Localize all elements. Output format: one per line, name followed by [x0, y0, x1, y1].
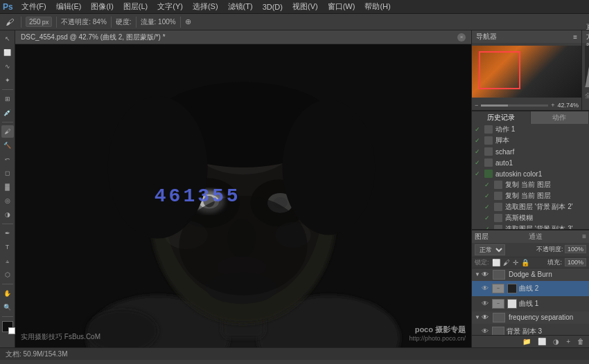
opacity-control: 不透明度: 100%: [536, 245, 586, 254]
new-group-btn[interactable]: 📁: [520, 338, 533, 345]
menu-select[interactable]: 选择(S): [188, 0, 222, 13]
tool-pen[interactable]: ✒: [1, 227, 14, 239]
tab-history[interactable]: 历史记录: [472, 111, 531, 124]
layers-fill-row: 锁定: ⬜ 🖌 ✛ 🔒 填充: 100%: [472, 257, 589, 269]
history-item-3[interactable]: ✓auto1: [472, 157, 589, 168]
history-check-8: ✓: [484, 215, 491, 221]
layer-group-frequency[interactable]: ▼ 👁 frequency separation: [472, 311, 589, 324]
tool-lasso[interactable]: ∿: [1, 60, 14, 73]
history-list[interactable]: ✓动作 1✓脚本✓scharf✓auto1✓autoskin color1✓复制…: [472, 124, 589, 229]
tool-crop[interactable]: ⊞: [1, 93, 14, 105]
tool-path[interactable]: ⟁: [1, 255, 14, 267]
canvas-close-btn[interactable]: ×: [457, 33, 466, 42]
tool-blur[interactable]: ◎: [1, 194, 14, 207]
tool-dodge[interactable]: ◑: [1, 208, 14, 221]
background-color[interactable]: [8, 327, 15, 334]
layer-thumb-bg3: [492, 327, 504, 336]
layer-eye-bg3[interactable]: 👁: [482, 327, 490, 335]
status-bar: 文档: 50.9M/154.3M: [0, 347, 589, 360]
menu-help[interactable]: 帮助(H): [360, 0, 394, 13]
navigator-thumbnail[interactable]: [472, 46, 581, 98]
new-layer-btn[interactable]: +: [564, 338, 572, 345]
layer-curve-2[interactable]: 👁 ~ 曲线 2: [472, 281, 589, 296]
tab-actions[interactable]: 动作: [531, 111, 590, 124]
airbrush-toggle[interactable]: ⊕: [185, 17, 191, 26]
layers-list[interactable]: ▼ 👁 Dodge & Burn 👁 ~ 曲线 2 👁: [472, 269, 589, 336]
zoom-in-btn[interactable]: +: [551, 102, 554, 109]
history-item-4[interactable]: ✓autoskin color1: [472, 168, 589, 179]
tool-magic-wand[interactable]: ✦: [1, 74, 14, 87]
lock-position-icon[interactable]: ✛: [513, 259, 518, 266]
navigator-panel: 导航器 ≡ − + 42.74%: [472, 30, 582, 111]
history-item-1[interactable]: ✓脚本: [472, 135, 589, 146]
blend-mode-select[interactable]: 正常: [475, 244, 505, 255]
tool-zoom[interactable]: 🔍: [1, 301, 14, 313]
navigator-menu-icon[interactable]: ≡: [573, 33, 577, 41]
poco-url: http://photo.poco.cn/: [409, 335, 466, 342]
history-item-6[interactable]: ✓复制 当前 图层: [472, 190, 589, 201]
menu-file[interactable]: 文件(F): [17, 0, 51, 13]
history-item-2[interactable]: ✓scharf: [472, 146, 589, 157]
history-item-0[interactable]: ✓动作 1: [472, 124, 589, 135]
lock-all-icon[interactable]: 🔒: [521, 259, 529, 266]
brush-size-input[interactable]: 250 px: [26, 17, 52, 27]
group-eye-freq[interactable]: 👁: [482, 313, 491, 321]
tool-history-brush[interactable]: ⤺: [1, 153, 14, 165]
tool-brush[interactable]: 🖌: [1, 125, 14, 138]
tool-text[interactable]: T: [1, 241, 14, 253]
layer-name-curve1: 曲线 1: [519, 299, 586, 309]
lock-transparent-icon[interactable]: ⬜: [492, 259, 500, 266]
tool-shape[interactable]: ⬡: [1, 269, 14, 281]
layer-bg-copy3[interactable]: 👁 背景 副本 3: [472, 324, 589, 336]
canvas-file-title: DSC_4554.psd @ 42.7% (曲线 2, 图层蒙版/*) *: [21, 33, 166, 42]
layer-eye-curve2[interactable]: 👁: [482, 284, 490, 292]
menu-3d[interactable]: 3D(D): [258, 0, 287, 13]
delete-layer-btn[interactable]: 🗑: [575, 338, 586, 345]
layer-eye-curve1[interactable]: 👁: [482, 300, 490, 307]
layer-curve-1[interactable]: 👁 ~ 曲线 1: [472, 296, 589, 311]
tool-separator-2: [2, 122, 13, 122]
tool-hand[interactable]: ✋: [1, 287, 14, 300]
flow-label: 流量: 100%: [141, 17, 176, 27]
lock-image-icon[interactable]: 🖌: [503, 259, 510, 266]
toolbar-separator-4: [136, 17, 137, 28]
foreground-color[interactable]: [2, 321, 13, 332]
tool-clone-stamp[interactable]: 🔨: [1, 139, 14, 152]
tool-move[interactable]: ↖: [1, 33, 14, 45]
group-name-freq: frequency separation: [509, 313, 573, 321]
menu-layer[interactable]: 图层(L): [119, 0, 152, 13]
history-check-9: ✓: [484, 226, 491, 229]
zoom-out-btn[interactable]: −: [475, 102, 478, 109]
tools-panel: ↖ ⬜ ∿ ✦ ⊞ 💉 🖌 🔨 ⤺ ◻ ▓ ◎ ◑ ✒ T ⟁ ⬡ ✋ 🔍: [0, 30, 15, 347]
history-item-9[interactable]: ✓选取图层 '背景 副本 3': [472, 224, 589, 229]
tool-separator-5: [2, 316, 13, 317]
menu-window[interactable]: 窗口(W): [324, 0, 360, 13]
menu-view[interactable]: 视图(V): [288, 0, 322, 13]
opacity-value[interactable]: 100%: [565, 245, 586, 253]
history-item-5[interactable]: ✓复制 当前 图层: [472, 179, 589, 190]
layers-channels-tab[interactable]: 通道: [529, 232, 543, 242]
history-item-8[interactable]: ✓高斯模糊: [472, 212, 589, 224]
history-icon-6: [494, 192, 502, 200]
zoom-slider[interactable]: [481, 104, 548, 107]
history-label-5: 复制 当前 图层: [505, 180, 551, 190]
add-mask-btn[interactable]: ⬜: [536, 338, 548, 345]
adjustment-btn[interactable]: ◑: [551, 338, 561, 345]
layers-menu-icon[interactable]: ≡: [582, 233, 586, 240]
group-eye-dodge[interactable]: 👁: [482, 271, 491, 278]
history-item-7[interactable]: ✓选取图层 '背景 副本 2': [472, 201, 589, 212]
zoom-value: 42.74%: [557, 102, 579, 109]
tool-gradient[interactable]: ▓: [1, 181, 14, 193]
layer-group-dodge-burn[interactable]: ▼ 👁 Dodge & Burn: [472, 269, 589, 281]
menu-image[interactable]: 图像(I): [87, 0, 117, 13]
menu-edit[interactable]: 编辑(E): [52, 0, 86, 13]
tool-eyedropper[interactable]: 💉: [1, 107, 14, 119]
tool-eraser[interactable]: ◻: [1, 167, 14, 179]
menu-filter[interactable]: 滤镜(T): [224, 0, 257, 13]
canvas-container[interactable]: 461355 实用摄影技巧 FsBus.CoM poco 摄影专题 http:/…: [15, 44, 471, 347]
fill-value[interactable]: 100%: [565, 258, 586, 266]
layer-thumb-curve2: ~: [492, 284, 504, 293]
histogram-panel: 直方图 ≡ 全部: [582, 30, 589, 111]
tool-marquee[interactable]: ⬜: [1, 46, 14, 59]
menu-text[interactable]: 文字(Y): [153, 0, 187, 13]
